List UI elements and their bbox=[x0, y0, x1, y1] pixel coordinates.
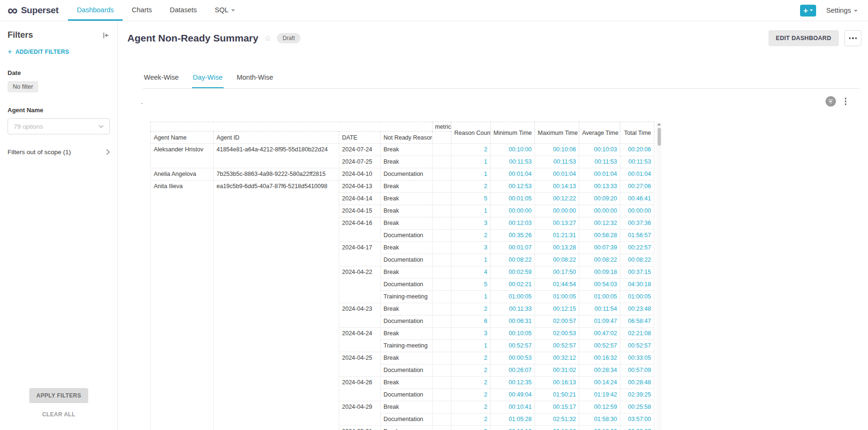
edit-dashboard-button[interactable]: EDIT DASHBOARD bbox=[768, 30, 839, 46]
nav-datasets[interactable]: Datasets bbox=[161, 0, 206, 21]
agent-name-select[interactable]: 79 options bbox=[8, 118, 110, 134]
average-time-cell: 00:09:18 bbox=[579, 266, 620, 279]
add-edit-filters-button[interactable]: + ADD/EDIT FILTERS bbox=[8, 49, 110, 55]
not-ready-reason-cell: Documentation bbox=[381, 254, 433, 266]
col-header-minimum-time: Minimum Time bbox=[491, 122, 535, 144]
maximum-time-cell: 00:00:00 bbox=[535, 205, 579, 217]
reason-count-cell: 3 bbox=[451, 328, 491, 340]
average-time-cell: 00:09:20 bbox=[579, 193, 620, 205]
chart-title: . bbox=[141, 98, 143, 105]
minimum-time-cell: 00:10:05 bbox=[491, 328, 535, 340]
reason-count-cell: 3 bbox=[451, 217, 491, 230]
metric-spacer-cell bbox=[433, 389, 451, 401]
metric-spacer-cell bbox=[433, 426, 451, 430]
reason-count-cell: 3 bbox=[451, 426, 491, 430]
new-item-button[interactable]: + bbox=[800, 5, 816, 17]
tab-week-wise[interactable]: Week-Wise bbox=[143, 67, 180, 88]
date-filter-value-chip[interactable]: No filter bbox=[8, 81, 38, 92]
metric-spacer-cell bbox=[433, 279, 451, 291]
agent-name-filter-label: Agent Name bbox=[8, 107, 110, 114]
collapse-sidebar-icon[interactable] bbox=[102, 32, 110, 39]
not-ready-reason-cell: Documentation bbox=[381, 230, 433, 242]
minimum-time-cell: 00:10:10 bbox=[491, 426, 535, 430]
date-filter-section: Date No filter bbox=[8, 69, 110, 92]
minimum-time-cell: 00:01:04 bbox=[491, 168, 535, 181]
not-ready-reason-cell: Documentation bbox=[381, 413, 433, 426]
metric-dimension-header: metric bbox=[433, 122, 451, 132]
average-time-cell: 00:01:04 bbox=[579, 168, 620, 181]
favorite-star-icon[interactable]: ☆ bbox=[264, 34, 271, 42]
table-scrollbar[interactable] bbox=[656, 122, 662, 430]
metric-spacer-cell bbox=[433, 340, 451, 352]
applied-filters-icon[interactable] bbox=[826, 96, 836, 107]
maximum-time-cell: 00:32:12 bbox=[535, 352, 579, 364]
filters-out-of-scope-toggle[interactable]: Filters out of scope (1) bbox=[8, 149, 110, 156]
superset-logo-icon: ∞ bbox=[8, 2, 17, 19]
not-ready-reason-cell: Documentation bbox=[381, 389, 433, 401]
total-time-cell: 00:11:53 bbox=[620, 156, 654, 168]
minimum-time-cell: 00:11:53 bbox=[491, 156, 535, 168]
total-time-cell: 00:23:48 bbox=[620, 303, 654, 315]
metric-spacer-cell bbox=[433, 303, 451, 315]
not-ready-reason-cell: Documentation bbox=[381, 168, 433, 181]
agent-name-cell: Aleksander Hristov bbox=[151, 144, 214, 168]
not-ready-reason-cell: Documentation bbox=[381, 364, 433, 377]
more-options-button[interactable] bbox=[844, 30, 861, 46]
average-time-cell: 01:19:42 bbox=[579, 389, 620, 401]
maximum-time-cell: 02:51:32 bbox=[535, 413, 579, 426]
tab-day-wise[interactable]: Day-Wise bbox=[192, 67, 224, 88]
chart-more-options-icon[interactable] bbox=[844, 97, 848, 106]
settings-menu[interactable]: Settings bbox=[826, 7, 858, 14]
minimum-time-cell: 00:12:53 bbox=[491, 181, 535, 193]
maximum-time-cell: 00:52:57 bbox=[535, 340, 579, 352]
not-ready-reason-cell: Break bbox=[381, 217, 433, 230]
col-header-average-time: Average Time bbox=[579, 122, 620, 144]
reason-count-cell: 2 bbox=[451, 389, 491, 401]
col-header-agent-name: Agent Name bbox=[151, 132, 214, 144]
minimum-time-cell: 00:02:21 bbox=[491, 279, 535, 291]
not-ready-reason-cell: Training-meeting bbox=[381, 340, 433, 352]
average-time-cell: 00:16:32 bbox=[579, 352, 620, 364]
pivot-table: metric Reason Count Minimum Time Maximum… bbox=[150, 122, 654, 430]
nav-charts[interactable]: Charts bbox=[123, 0, 161, 21]
agent-name-select-placeholder: 79 options bbox=[14, 123, 43, 130]
metric-spacer-cell bbox=[433, 377, 451, 389]
date-cell: 2024-04-24 bbox=[339, 328, 381, 352]
total-time-cell: 00:27:06 bbox=[620, 181, 654, 193]
tab-month-wise[interactable]: Month-Wise bbox=[236, 67, 274, 88]
nav-sql[interactable]: SQL bbox=[206, 0, 244, 21]
average-time-cell: 00:52:57 bbox=[579, 340, 620, 352]
minimum-time-cell: 00:11:33 bbox=[491, 303, 535, 315]
metric-spacer-cell bbox=[433, 156, 451, 168]
nav-dashboards[interactable]: Dashboards bbox=[68, 0, 123, 21]
metric-spacer-cell bbox=[433, 193, 451, 205]
clear-all-button[interactable]: CLEAR ALL bbox=[0, 411, 117, 418]
col-header-reason-count: Reason Count bbox=[451, 122, 491, 144]
scrollbar-thumb[interactable] bbox=[658, 128, 661, 146]
minimum-time-cell: 00:02:59 bbox=[491, 266, 535, 279]
total-time-cell: 00:37:15 bbox=[620, 266, 654, 279]
apply-filters-button[interactable]: APPLY FILTERS bbox=[29, 388, 88, 403]
not-ready-reason-cell: Break bbox=[381, 426, 433, 430]
date-cell: 2024-04-16 bbox=[339, 217, 381, 242]
table-row: Anelia Angelova7b253b5c-8863-4a98-9222-5… bbox=[151, 168, 654, 181]
reason-count-cell: 1 bbox=[451, 340, 491, 352]
not-ready-reason-cell: Documentation bbox=[381, 279, 433, 291]
total-time-cell: 01:56:57 bbox=[620, 230, 654, 242]
pivot-table-container: metric Reason Count Minimum Time Maximum… bbox=[150, 122, 654, 430]
status-badge: Draft bbox=[277, 33, 300, 43]
reason-count-cell: 2 bbox=[451, 181, 491, 193]
superset-logo[interactable]: ∞ Superset bbox=[0, 0, 68, 21]
total-time-cell: 06:58:47 bbox=[620, 315, 654, 328]
metric-spacer-cell bbox=[433, 144, 451, 156]
col-header-maximum-time: Maximum Time bbox=[535, 122, 579, 144]
pivot-body: Aleksander Hristov41854e81-a64a-4212-8f9… bbox=[151, 144, 654, 430]
maximum-time-cell: 00:08:22 bbox=[535, 254, 579, 266]
scroll-up-icon[interactable] bbox=[657, 123, 661, 125]
average-time-cell: 00:47:02 bbox=[579, 328, 620, 340]
nav-sql-label: SQL bbox=[215, 6, 228, 14]
minimum-time-cell: 00:49:04 bbox=[491, 389, 535, 401]
agent-name-filter-section: Agent Name 79 options bbox=[8, 107, 110, 134]
agent-name-cell: Anita Ilieva bbox=[151, 181, 214, 430]
total-time-cell: 00:00:00 bbox=[620, 205, 654, 217]
